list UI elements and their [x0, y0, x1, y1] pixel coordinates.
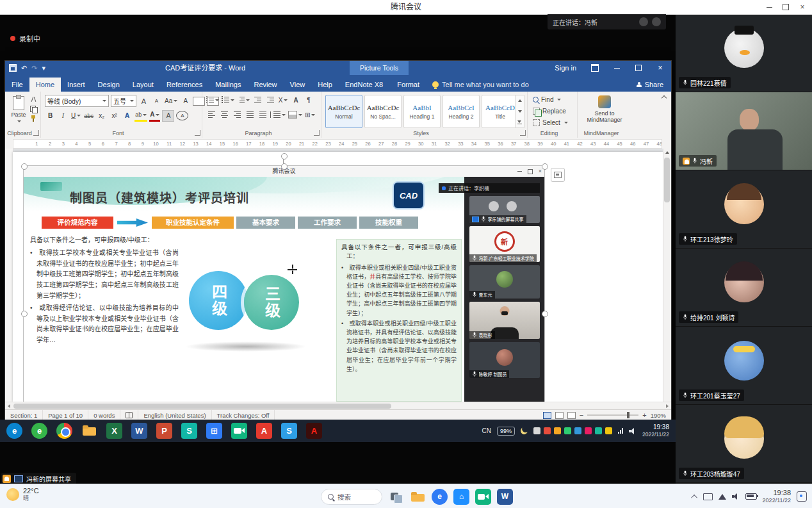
- teal-app-icon[interactable]: S: [181, 423, 197, 439]
- powerpoint-icon[interactable]: P: [156, 423, 172, 439]
- volume-icon[interactable]: [629, 428, 637, 434]
- tray-app-icon[interactable]: [533, 427, 540, 434]
- edge-browser-icon[interactable]: e: [432, 489, 448, 505]
- vertical-scroll-thumb[interactable]: [664, 158, 670, 202]
- text-highlight-icon[interactable]: ab: [134, 110, 147, 122]
- format-painter-icon[interactable]: [29, 115, 38, 122]
- multilevel-list-icon[interactable]: [237, 95, 250, 105]
- zoom-out-icon[interactable]: −: [580, 412, 583, 419]
- align-left-icon[interactable]: [206, 110, 216, 120]
- style-no-spac-[interactable]: AaBbCcDcNo Spac...: [364, 95, 402, 128]
- search-box[interactable]: 搜索: [321, 489, 382, 505]
- character-shading-icon[interactable]: A: [162, 110, 174, 122]
- styles-gallery-more-icon[interactable]: [516, 117, 524, 127]
- italic-icon[interactable]: I: [58, 111, 69, 121]
- zoom-slider[interactable]: [587, 414, 638, 416]
- ribbon-tab-endnote-x8[interactable]: EndNote X8: [339, 78, 389, 92]
- tell-me-box[interactable]: Tell me what you want to do: [426, 78, 535, 92]
- shading-icon[interactable]: [288, 110, 302, 120]
- font-family-select[interactable]: 等线 (Body): [45, 95, 109, 107]
- zoom-level[interactable]: 190%: [651, 412, 666, 419]
- wifi-icon[interactable]: [719, 494, 726, 500]
- grow-font-icon[interactable]: A: [138, 96, 149, 106]
- paragraph-marks-icon[interactable]: ¶: [304, 95, 314, 105]
- tencent-meeting-icon[interactable]: [231, 423, 247, 439]
- scroll-up-icon[interactable]: [663, 149, 671, 156]
- ribbon-tab-home[interactable]: Home: [29, 78, 61, 92]
- status-track-changes[interactable]: Track Changes: Off: [212, 410, 275, 420]
- task-view-icon[interactable]: [388, 489, 404, 505]
- file-explorer-icon[interactable]: [81, 423, 97, 439]
- bullet-list-icon[interactable]: [206, 95, 219, 105]
- zoom-slider-thumb[interactable]: [627, 412, 629, 418]
- save-icon[interactable]: [9, 64, 17, 72]
- participant-tile[interactable]: 园林221蔡倩: [676, 14, 812, 92]
- status-page[interactable]: Page 1 of 10: [43, 410, 88, 420]
- rotate-handle[interactable]: [281, 153, 288, 160]
- distributed-icon[interactable]: [257, 110, 268, 120]
- tray-app-icon[interactable]: [585, 427, 592, 434]
- word-icon[interactable]: W: [497, 489, 513, 505]
- night-mode-icon[interactable]: [520, 426, 529, 435]
- style-title[interactable]: AaBbCcDTitle: [482, 95, 519, 128]
- underline-icon[interactable]: U: [70, 111, 81, 121]
- style-heading-1[interactable]: AaBbIHeading 1: [403, 95, 441, 128]
- ime-indicator[interactable]: CN: [482, 427, 491, 434]
- word-minimize-icon[interactable]: [606, 61, 628, 75]
- embedded-image[interactable]: 腾讯会议 × 制图员（建筑模块）考评员培训 CAD: [24, 166, 544, 402]
- numbered-list-icon[interactable]: [222, 95, 234, 105]
- red-a-app-icon[interactable]: A: [256, 423, 272, 439]
- enclose-icon[interactable]: A: [176, 111, 188, 120]
- embedded-participant-thumbnail[interactable]: 新冯新-广东轻工职业技术学院: [469, 226, 540, 262]
- word-close-icon[interactable]: ×: [649, 61, 671, 75]
- embedded-participant-thumbnail[interactable]: 袁晓彤: [469, 302, 540, 339]
- bold-icon[interactable]: B: [45, 111, 56, 121]
- asian-layout-icon[interactable]: X: [278, 95, 288, 105]
- sort-icon[interactable]: A: [291, 95, 301, 105]
- presenter-clock[interactable]: 19:38 2022/11/22: [642, 423, 669, 438]
- justify-icon[interactable]: [245, 110, 255, 120]
- local-clock[interactable]: 19:38 2022/11/22: [763, 489, 791, 504]
- tray-app-icon[interactable]: [564, 427, 571, 434]
- text-effects-icon[interactable]: A: [122, 111, 133, 121]
- font-dialog-launcher[interactable]: [195, 130, 200, 136]
- tray-app-icon[interactable]: [574, 427, 581, 434]
- minimize-icon[interactable]: [761, 0, 777, 14]
- status-proofing[interactable]: [120, 410, 138, 420]
- participant-tile[interactable]: 环工201蔡玉莹27: [676, 327, 812, 404]
- paste-button[interactable]: Paste: [9, 95, 28, 128]
- tray-expand-icon[interactable]: [691, 494, 697, 500]
- edge-browser-icon[interactable]: e: [6, 423, 22, 439]
- font-color-icon[interactable]: A: [149, 110, 160, 122]
- styles-scroll-up-icon[interactable]: [516, 95, 524, 106]
- status-word-count[interactable]: 0 words: [88, 410, 120, 420]
- style-heading-2[interactable]: AaBbCcIHeading 2: [443, 95, 480, 128]
- ribbon-tab-review[interactable]: Review: [248, 78, 284, 92]
- embedded-participant-thumbnail[interactable]: 陈敏婷 制图员: [469, 342, 540, 378]
- embedded-participant-thumbnail[interactable]: 曹东元: [469, 265, 540, 299]
- ribbon-tab-view[interactable]: View: [284, 78, 312, 92]
- change-case-icon[interactable]: Aa: [164, 96, 178, 106]
- decrease-indent-icon[interactable]: [252, 95, 263, 105]
- snipping-tool-icon[interactable]: S: [281, 423, 297, 439]
- microsoft-store-icon[interactable]: ⌂: [453, 489, 469, 505]
- participant-tile[interactable]: 给排201 刘颖诗: [676, 249, 812, 326]
- clipboard-dialog-launcher[interactable]: [33, 130, 39, 136]
- font-size-select[interactable]: 五号: [111, 95, 136, 107]
- blue-grid-app-icon[interactable]: ⊞: [206, 423, 222, 439]
- tray-app-icon[interactable]: [605, 427, 612, 434]
- find-button[interactable]: Find: [533, 96, 561, 103]
- horizontal-scroll-thumb[interactable]: [13, 404, 391, 409]
- file-explorer-icon[interactable]: [410, 489, 426, 505]
- resize-handle-middle-right[interactable]: [542, 311, 548, 317]
- copy-icon[interactable]: [29, 105, 38, 112]
- strikethrough-icon[interactable]: abc: [83, 111, 94, 121]
- chrome-browser-icon[interactable]: [56, 423, 72, 439]
- layout-options-button[interactable]: [551, 168, 565, 182]
- acrobat-icon[interactable]: A: [306, 423, 322, 439]
- green-browser-icon[interactable]: e: [31, 423, 47, 439]
- weather-widget[interactable]: 22°C 晴: [6, 487, 39, 502]
- network-icon[interactable]: [618, 428, 623, 434]
- replace-button[interactable]: Replace: [533, 108, 566, 115]
- resize-handle-middle-left[interactable]: [21, 311, 28, 317]
